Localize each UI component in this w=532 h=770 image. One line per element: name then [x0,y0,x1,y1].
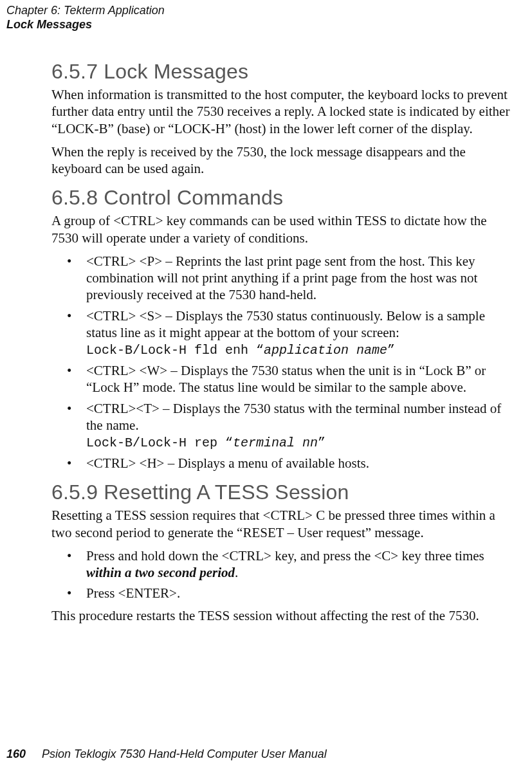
section-heading-659: 6.5.9 Resetting A TESS Session [51,481,513,504]
book-title: Psion Teklogix 7530 Hand-Held Computer U… [42,747,327,760]
code-sample: ” [387,343,395,358]
section-heading-658: 6.5.8 Control Commands [51,186,513,210]
list-item-text: Press and hold down the <CTRL> key, and … [86,548,484,564]
list-item: <CTRL> <W> – Displays the 7530 status wh… [51,362,513,396]
footer-spacer [29,747,39,760]
page-header: Chapter 6: Tekterm Application Lock Mess… [0,0,532,32]
body-paragraph: When the reply is received by the 7530, … [51,143,513,178]
code-sample: Lock-B/Lock-H fld enh “ [86,343,264,358]
list-item: Press <ENTER>. [51,585,513,601]
code-sample-italic: application name [264,343,387,358]
list-item: <CTRL><T> – Displays the 7530 status wit… [51,400,513,452]
body-paragraph: Resetting a TESS session requires that <… [51,507,513,541]
body-paragraph: When information is transmitted to the h… [51,86,513,137]
list-item: Press and hold down the <CTRL> key, and … [51,547,513,582]
list-item-text: <CTRL> <S> – Displays the 7530 status co… [86,308,485,340]
emphasis-text: within a two second period [86,565,235,580]
list-item-text: <CTRL><T> – Displays the 7530 status wit… [86,401,501,433]
page-content: 6.5.7 Lock Messages When information is … [0,32,532,624]
list-item: <CTRL> <H> – Displays a menu of availabl… [51,455,513,472]
list-item: <CTRL> <S> – Displays the 7530 status co… [51,307,513,359]
list-item-text: . [235,565,238,580]
bullet-list: Press and hold down the <CTRL> key, and … [51,547,513,602]
body-paragraph: A group of <CTRL> key commands can be us… [51,212,513,246]
page-number: 160 [6,747,26,760]
bullet-list: <CTRL> <P> – Reprints the last print pag… [51,253,513,472]
code-sample-italic: terminal nn [233,435,318,450]
body-paragraph: This procedure restarts the TESS session… [51,607,513,624]
code-sample: Lock-B/Lock-H rep “ [86,435,233,450]
header-subtitle: Lock Messages [6,18,532,32]
section-heading-657: 6.5.7 Lock Messages [51,60,513,84]
code-sample: ” [318,435,326,450]
page-footer: 160 Psion Teklogix 7530 Hand-Held Comput… [6,747,327,761]
chapter-label: Chapter 6: Tekterm Application [6,4,532,18]
list-item: <CTRL> <P> – Reprints the last print pag… [51,253,513,304]
